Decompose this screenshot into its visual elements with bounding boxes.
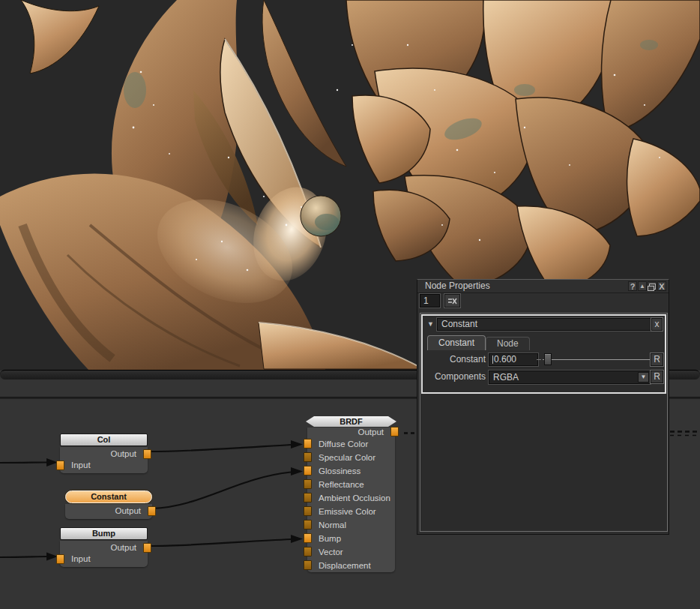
node-constant-body: Output	[65, 504, 152, 519]
port-label: Emissive Color	[319, 507, 376, 516]
port-label: Glossiness	[319, 466, 360, 476]
port-label: Input	[71, 460, 91, 470]
input-socket[interactable]	[304, 466, 312, 476]
input-socket[interactable]	[304, 439, 312, 448]
node-col-body: Output Input	[60, 447, 148, 473]
constant-slider-handle[interactable]	[544, 353, 552, 365]
clear-selection-icon	[448, 298, 457, 304]
node-constant-header[interactable]: Constant	[65, 490, 152, 503]
slider-connector	[537, 359, 541, 360]
collapse-icon[interactable]: ▲	[638, 281, 647, 291]
components-field-label: Components	[423, 370, 486, 383]
close-icon[interactable]: X	[657, 281, 666, 291]
constant-slider-track[interactable]	[543, 359, 650, 360]
input-socket[interactable]	[56, 554, 64, 564]
node-constant[interactable]: Constant Output	[65, 490, 152, 519]
input-socket[interactable]	[304, 533, 312, 543]
port-label: Output	[357, 428, 384, 436]
dropdown-arrow-icon[interactable]: ▼	[638, 372, 649, 382]
input-socket[interactable]	[304, 452, 312, 462]
node-brdf-body: Output Diffuse Color Specular Color Glos…	[307, 428, 395, 572]
constant-item-group: ▼ Constant x Constant Node Constant 0.60…	[421, 314, 666, 394]
input-socket[interactable]	[304, 493, 312, 502]
port-label: Bump	[319, 534, 341, 543]
node-brdf-header[interactable]: BRDF	[306, 416, 396, 427]
port-label: Output	[110, 543, 136, 552]
tab-node[interactable]: Node	[486, 337, 530, 350]
port-label: Output	[115, 506, 141, 515]
input-socket[interactable]	[56, 460, 64, 470]
port-label: Diffuse Color	[319, 440, 368, 448]
output-socket[interactable]	[148, 506, 156, 516]
disclosure-triangle-icon[interactable]: ▼	[427, 320, 434, 328]
reset-constant-button[interactable]: R	[651, 353, 663, 366]
components-dropdown[interactable]: RGBA ▼	[489, 370, 651, 384]
node-bump[interactable]: Bump Output Input	[60, 527, 148, 567]
output-socket[interactable]	[143, 543, 151, 553]
port-label: Normal	[319, 520, 346, 530]
reset-components-button[interactable]: R	[651, 370, 663, 383]
remove-item-button[interactable]: x	[651, 318, 663, 331]
input-socket[interactable]	[304, 547, 312, 556]
input-socket[interactable]	[304, 560, 312, 570]
node-bump-header[interactable]: Bump	[60, 527, 148, 540]
constant-value-field[interactable]: 0.600	[489, 353, 538, 366]
input-socket[interactable]	[304, 479, 312, 489]
text-caret	[492, 356, 493, 364]
constant-field-label: Constant	[423, 353, 486, 366]
node-bump-body: Output Input	[60, 541, 148, 567]
input-socket[interactable]	[304, 520, 312, 530]
clear-selection-button[interactable]	[444, 294, 460, 308]
port-label: Input	[71, 554, 91, 563]
tab-constant[interactable]: Constant	[427, 335, 486, 350]
node-brdf[interactable]: BRDF Output Diffuse Color Specular Color…	[307, 416, 395, 572]
help-icon[interactable]: ?	[628, 281, 637, 291]
node-col-header[interactable]: Col	[60, 434, 148, 446]
port-label: Reflectance	[319, 480, 364, 489]
node-properties-panel[interactable]: Node Properties ? ▲ X 1 ▼ Constant x Con…	[417, 279, 669, 535]
port-label: Output	[110, 449, 136, 458]
output-socket[interactable]	[143, 449, 151, 459]
item-name-field[interactable]: Constant	[437, 318, 652, 331]
input-socket[interactable]	[304, 506, 312, 516]
output-socket[interactable]	[390, 427, 399, 436]
port-label: Vector	[319, 548, 343, 556]
detach-icon[interactable]	[648, 281, 657, 291]
port-label: Specular Color	[319, 453, 375, 462]
port-label: Displacement	[319, 561, 371, 570]
port-label: Ambient Occlusion	[319, 494, 390, 502]
node-col[interactable]: Col Output Input	[60, 434, 148, 473]
properties-form-area: ▼ Constant x Constant Node Constant 0.60…	[420, 313, 668, 532]
selection-count-field[interactable]: 1	[420, 294, 440, 308]
